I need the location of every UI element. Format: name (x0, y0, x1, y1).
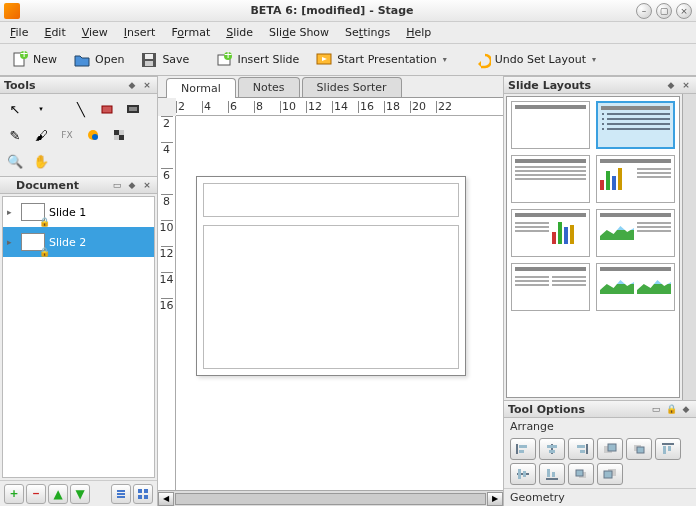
app-icon (4, 3, 20, 19)
expand-icon[interactable]: ▸ (7, 207, 17, 217)
layout-title-lines[interactable] (511, 155, 590, 203)
current-slide[interactable] (196, 176, 466, 376)
content-placeholder[interactable] (203, 225, 459, 369)
svg-rect-39 (662, 443, 674, 445)
lock-icon[interactable]: 🔒 (665, 403, 677, 415)
shape-tool[interactable] (96, 98, 118, 120)
svg-rect-41 (668, 446, 671, 451)
scroll-track[interactable] (175, 493, 486, 505)
save-label: Save (162, 53, 189, 66)
fx-tool[interactable]: FX (56, 124, 78, 146)
collapse-icon[interactable]: ◆ (665, 79, 677, 91)
title-placeholder[interactable] (203, 183, 459, 217)
scroll-left-button[interactable]: ◀ (158, 492, 174, 506)
menu-slideshow[interactable]: Slide Show (261, 24, 337, 41)
grid-view-button[interactable] (133, 484, 153, 504)
add-slide-button[interactable]: ＋ (4, 484, 24, 504)
open-icon (73, 51, 91, 69)
menu-edit[interactable]: Edit (36, 24, 73, 41)
layout-two-image[interactable] (596, 263, 675, 311)
bring-forward-button[interactable] (626, 438, 652, 460)
menu-file[interactable]: File (2, 24, 36, 41)
slide-layouts-header: Slide Layouts ◆ × (504, 76, 696, 94)
align-right-button[interactable] (568, 438, 594, 460)
collapse-icon[interactable]: ◆ (126, 79, 138, 91)
list-view-button[interactable] (111, 484, 131, 504)
align-top-button[interactable] (655, 438, 681, 460)
close-button[interactable]: × (676, 3, 692, 19)
panel-menu-icon[interactable]: ▭ (111, 179, 123, 191)
send-backward-button[interactable] (568, 463, 594, 485)
zoom-tool[interactable]: 🔍 (4, 150, 26, 172)
menu-help[interactable]: Help (398, 24, 439, 41)
pencil-tool[interactable]: ✎ (4, 124, 26, 146)
move-up-button[interactable]: ▲ (48, 484, 68, 504)
document-title: Document (16, 179, 79, 192)
layout-image-text[interactable] (596, 209, 675, 257)
close-panel-icon[interactable]: × (680, 79, 692, 91)
horizontal-scrollbar[interactable]: ◀ ▶ (158, 490, 503, 506)
layout-chart-text[interactable] (596, 155, 675, 203)
svg-rect-43 (518, 469, 521, 479)
maximize-button[interactable]: ▢ (656, 3, 672, 19)
arrow-tool[interactable]: ↖ (4, 98, 26, 120)
scroll-right-button[interactable]: ▶ (487, 492, 503, 506)
new-button[interactable]: + New (4, 47, 64, 73)
layout-scrollbar[interactable] (682, 94, 696, 400)
dropdown-icon[interactable]: ▾ (592, 55, 596, 64)
slide-item-2[interactable]: ▸ Slide 2 🔒 (3, 227, 154, 257)
start-presentation-button[interactable]: Start Presentation ▾ (308, 47, 453, 73)
menu-slide[interactable]: Slide (218, 24, 261, 41)
svg-rect-31 (549, 450, 555, 453)
layout-text-chart[interactable] (511, 209, 590, 257)
align-bottom-button[interactable] (539, 463, 565, 485)
tab-slides-sorter[interactable]: Slides Sorter (302, 77, 402, 97)
layout-title-bullets[interactable] (596, 101, 675, 149)
menu-settings[interactable]: Settings (337, 24, 398, 41)
new-label: New (33, 53, 57, 66)
undo-button[interactable]: Undo Set Layout ▾ (466, 47, 603, 73)
svg-rect-15 (114, 130, 119, 135)
align-left-button[interactable] (510, 438, 536, 460)
line-tool[interactable]: ╲ (70, 98, 92, 120)
move-down-button[interactable]: ▼ (70, 484, 90, 504)
svg-rect-49 (576, 470, 583, 476)
pattern-tool[interactable] (108, 124, 130, 146)
brush-tool[interactable]: 🖌 (30, 124, 52, 146)
slide-item-1[interactable]: ▸ Slide 1 🔒 (3, 197, 154, 227)
layout-blank[interactable] (511, 101, 590, 149)
minimize-button[interactable]: – (636, 3, 652, 19)
remove-slide-button[interactable]: － (26, 484, 46, 504)
collapse-icon[interactable]: ◆ (126, 179, 138, 191)
svg-point-14 (92, 134, 98, 140)
send-back-button[interactable] (597, 463, 623, 485)
menu-view[interactable]: View (74, 24, 116, 41)
menu-insert[interactable]: Insert (116, 24, 164, 41)
open-label: Open (95, 53, 124, 66)
slide-canvas[interactable] (176, 116, 503, 490)
save-button[interactable]: Save (133, 47, 196, 73)
arrange-label: Arrange (504, 418, 696, 435)
collapse-icon[interactable]: ◆ (680, 403, 692, 415)
menu-format[interactable]: Format (163, 24, 218, 41)
tab-normal[interactable]: Normal (166, 78, 236, 98)
gradient-tool[interactable] (82, 124, 104, 146)
insert-slide-button[interactable]: + Insert Slide (208, 47, 306, 73)
close-panel-icon[interactable]: × (141, 79, 153, 91)
pan-tool[interactable]: ✋ (30, 150, 52, 172)
slide-list[interactable]: ▸ Slide 1 🔒 ▸ Slide 2 🔒 (2, 196, 155, 478)
align-center-v-button[interactable] (510, 463, 536, 485)
expand-icon[interactable]: ▸ (7, 237, 17, 247)
media-tool[interactable] (122, 98, 144, 120)
close-panel-icon[interactable]: × (141, 179, 153, 191)
open-button[interactable]: Open (66, 47, 131, 73)
dropdown-icon[interactable]: ▾ (443, 55, 447, 64)
panel-menu-icon[interactable]: ▭ (650, 403, 662, 415)
layout-two-text[interactable] (511, 263, 590, 311)
main-toolbar: + New Open Save + Insert Slide Start Pre… (0, 44, 696, 76)
tab-notes[interactable]: Notes (238, 77, 300, 97)
align-center-h-button[interactable] (539, 438, 565, 460)
text-tool[interactable]: ▾ (30, 98, 52, 120)
svg-rect-32 (586, 444, 588, 454)
bring-front-button[interactable] (597, 438, 623, 460)
